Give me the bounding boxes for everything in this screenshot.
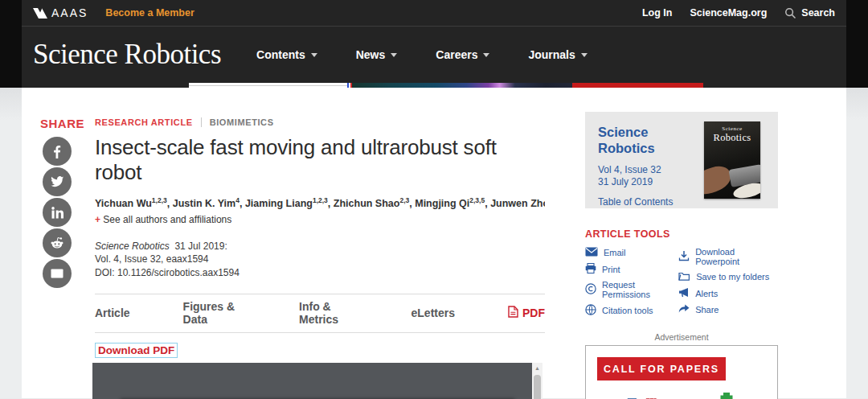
- alerts-icon: [678, 287, 690, 299]
- share-reddit-icon[interactable]: [43, 228, 72, 257]
- pdf-icon: [508, 306, 518, 320]
- download-pdf-link[interactable]: Download PDF: [95, 343, 178, 358]
- see-all-authors-link[interactable]: + See all authors and affiliations: [95, 214, 545, 225]
- nav-item-careers[interactable]: Careers: [436, 48, 489, 61]
- tool-print[interactable]: Print: [585, 263, 678, 275]
- nav-item-news[interactable]: News: [356, 48, 398, 61]
- copyright-icon: [585, 283, 596, 296]
- author[interactable]: Jiaming Liang: [245, 198, 313, 209]
- share-label: SHARE: [22, 117, 95, 130]
- share-facebook-icon[interactable]: [43, 137, 72, 166]
- article-title: Insect-scale fast moving and ultrarobust…: [95, 135, 545, 185]
- citation-issue: Vol. 4, Issue 32, eaax1594: [95, 253, 545, 265]
- author[interactable]: Justin K. Yim: [173, 198, 236, 209]
- author-list: Yichuan Wu1,2,3, Justin K. Yim4, Jiaming…: [95, 196, 545, 209]
- chevron-down-icon: [483, 53, 489, 57]
- aaas-mark-icon: [33, 7, 48, 19]
- banner-segment: [352, 83, 572, 88]
- share-linkedin-icon[interactable]: [43, 198, 72, 227]
- tool-save-to-my-folders[interactable]: Save to my folders: [678, 271, 778, 282]
- article-main: RESEARCH ARTICLE BIOMIMETICS Insect-scal…: [95, 88, 545, 398]
- folder-icon: [678, 271, 690, 282]
- spj-logo: SPJ: [668, 396, 706, 399]
- author[interactable]: Zhichun Shao: [334, 198, 400, 209]
- aaas-label: AAAS: [51, 6, 88, 19]
- print-icon: [585, 263, 596, 275]
- plus-icon: +: [95, 214, 100, 225]
- author[interactable]: Mingjing Qi: [415, 198, 469, 209]
- tab-eletters[interactable]: eLetters: [411, 306, 455, 319]
- tab-pdf[interactable]: PDF: [508, 306, 545, 320]
- scroll-up-arrow-icon[interactable]: ▲: [532, 363, 542, 371]
- site-header: AAAS Become a Member Log In ScienceMag.o…: [0, 0, 868, 88]
- tool-download-powerpoint[interactable]: Download Powerpoint: [678, 247, 778, 266]
- cover-title-big: Robotics: [704, 132, 760, 144]
- chevron-down-icon: [581, 53, 588, 57]
- share-rail: SHARE: [22, 88, 95, 398]
- green-cross-swoosh-logo-icon: [710, 392, 740, 399]
- nav-item-contents[interactable]: Contents: [256, 48, 317, 61]
- nav-bar: Science Robotics ContentsNewsCareersJour…: [22, 27, 846, 83]
- advertisement-label: Advertisement: [585, 332, 778, 342]
- article-category-link[interactable]: BIOMIMETICS: [210, 117, 274, 127]
- sciencemag-link[interactable]: ScienceMag.org: [690, 7, 767, 19]
- share-twitter-icon[interactable]: [43, 167, 72, 196]
- tab-figures-data[interactable]: Figures & Data: [183, 300, 246, 326]
- author[interactable]: Yichuan Wu: [95, 198, 152, 209]
- advertisement[interactable]: CALL FOR PAPERS SPJ: [585, 345, 778, 399]
- banner-segment: [189, 83, 347, 88]
- search-label: Search: [801, 7, 835, 19]
- chevron-down-icon: [391, 53, 397, 57]
- tool-request-permissions[interactable]: Request Permissions: [585, 280, 678, 299]
- tool-share[interactable]: Share: [678, 304, 778, 315]
- article-tools-heading: ARTICLE TOOLS: [585, 228, 778, 240]
- tab-info-metrics[interactable]: Info & Metrics: [299, 300, 358, 326]
- primary-nav: ContentsNewsCareersJournals: [256, 48, 588, 61]
- citation-doi: DOI: 10.1126/scirobotics.aax1594: [95, 266, 545, 279]
- tool-citation-tools[interactable]: Citation tools: [585, 304, 678, 317]
- article-tools: EmailPrintRequest PermissionsCitation to…: [585, 247, 778, 317]
- author[interactable]: Junwen Zhong: [490, 198, 545, 209]
- eyebrow-divider: [201, 117, 202, 127]
- issue-cover-image[interactable]: Science Robotics: [704, 121, 760, 199]
- citation-block: Science Robotics 31 Jul 2019: Vol. 4, Is…: [95, 240, 545, 279]
- see-all-label: See all authors and affiliations: [103, 214, 231, 225]
- search-icon: [784, 7, 796, 19]
- become-member-link[interactable]: Become a Member: [105, 7, 194, 19]
- nav-item-journals[interactable]: Journals: [528, 48, 587, 61]
- partial-ad-banner: [189, 83, 703, 88]
- tool-email[interactable]: Email: [585, 247, 678, 258]
- search-button[interactable]: Search: [784, 7, 835, 19]
- share-icon: [678, 304, 690, 315]
- aaas-logo[interactable]: AAAS: [33, 6, 88, 19]
- pdf-scrollbar[interactable]: ▲: [532, 363, 542, 399]
- right-sidebar: Science Robotics Vol 4, Issue 32 31 July…: [585, 88, 778, 398]
- issue-box: Science Robotics Vol 4, Issue 32 31 July…: [585, 112, 778, 208]
- email-icon: [585, 247, 598, 258]
- journal-logo[interactable]: Science Robotics: [33, 39, 221, 71]
- cover-title-small: Science: [704, 125, 760, 132]
- tool-alerts[interactable]: Alerts: [678, 287, 778, 299]
- download-icon: [678, 250, 690, 263]
- call-for-papers-banner: CALL FOR PAPERS: [597, 357, 726, 380]
- citation-journal: Science Robotics: [95, 241, 170, 252]
- issue-journal-line2: Robotics: [598, 141, 655, 155]
- divider: [95, 332, 545, 333]
- article-type-link[interactable]: RESEARCH ARTICLE: [95, 117, 193, 127]
- article-tabs: ArticleFigures & DataInfo & MetricseLett…: [95, 294, 545, 332]
- scrollbar-thumb[interactable]: [534, 375, 541, 399]
- citation-date: 31 Jul 2019:: [174, 241, 227, 252]
- table-of-contents-link[interactable]: Table of Contents: [598, 196, 673, 208]
- share-email-icon[interactable]: [43, 259, 72, 288]
- tab-article[interactable]: Article: [95, 306, 130, 319]
- citation-icon: [585, 304, 596, 317]
- chevron-down-icon: [311, 53, 317, 57]
- issue-journal-line1: Science: [598, 125, 648, 139]
- pdf-viewer[interactable]: SCIENCE ROBOTICS|RESEARCH ARTICLE BIOMIM…: [92, 363, 542, 399]
- login-link[interactable]: Log In: [642, 7, 673, 19]
- utility-bar: AAAS Become a Member Log In ScienceMag.o…: [22, 0, 846, 27]
- banner-segment: [572, 83, 703, 88]
